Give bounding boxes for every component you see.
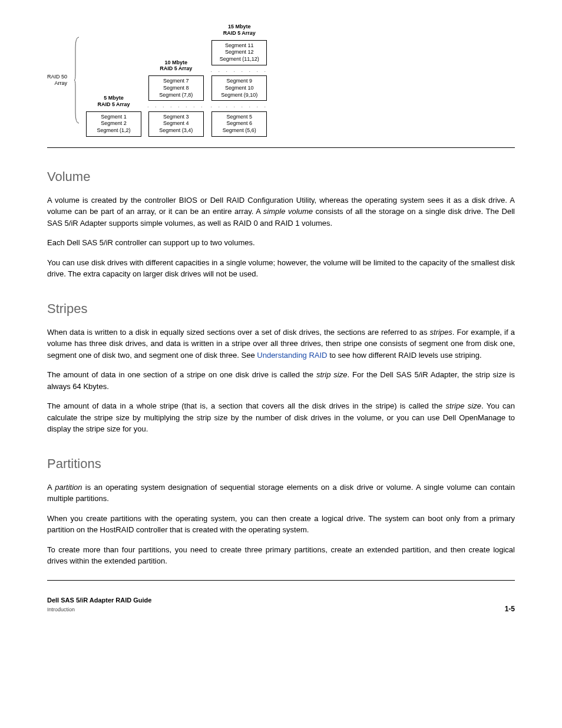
c2b1l1: Segment 7 — [163, 78, 189, 84]
col2-box1: Segment 7 Segment 8 Segment (7,8) — [148, 75, 204, 101]
heading-stripes: Stripes — [47, 299, 515, 318]
col1-header-l1: 5 Mbyte — [104, 95, 124, 101]
stripes-p1a: When data is written to a disk in equall… — [47, 328, 430, 337]
figure-col-3: 15 Mbyte RAID 5 Array Segment 11 Segment… — [211, 24, 269, 137]
c2b2l3: Segment (3,4) — [159, 127, 193, 133]
side-label-line1: RAID 50 — [47, 74, 67, 80]
c3b2l2: Segment 10 — [225, 85, 254, 91]
col1-header: 5 Mbyte RAID 5 Array — [97, 95, 130, 108]
c3b1l2: Segment 12 — [225, 49, 254, 55]
heading-partitions: Partitions — [47, 454, 515, 473]
col3-dots1: . . . . . . . . — [211, 67, 269, 75]
stripes-p1b: stripes — [430, 328, 452, 337]
stripes-p3b: stripe size — [446, 401, 481, 410]
stripes-p3: The amount of data in a whole stripe (th… — [47, 400, 515, 435]
partitions-p1c: is an operating system designation of se… — [47, 483, 515, 503]
stripes-p1d: to see how different RAID levels use str… — [328, 351, 482, 360]
col3-header-l1: 15 Mbyte — [228, 24, 251, 29]
col3-dots2: . . . . . . . . — [211, 102, 269, 110]
separator-1 — [47, 147, 515, 148]
stripes-p1: When data is written to a disk in equall… — [47, 327, 515, 361]
stripes-p2a: The amount of data in one section of a s… — [47, 370, 316, 379]
partitions-p3: To create more than four partitions, you… — [47, 544, 515, 567]
volume-p1b: simple volume — [263, 207, 313, 216]
c1b1l1: Segment 1 — [101, 114, 127, 120]
c3b2l3: Segment (9,10) — [221, 92, 257, 98]
c3b1l1: Segment 11 — [225, 42, 254, 48]
c3b3l2: Segment 6 — [227, 120, 253, 126]
heading-volume: Volume — [47, 167, 515, 186]
footer-page-number: 1-5 — [505, 604, 515, 614]
partitions-p1b: partition — [55, 483, 82, 492]
volume-p2: Each Dell SAS 5/iR controller can suppor… — [47, 237, 515, 249]
footer-chapter: Introduction — [47, 607, 75, 612]
volume-p3: You can use disk drives with different c… — [47, 257, 515, 280]
partitions-p1a: A — [47, 483, 55, 492]
stripes-p2b: strip size — [316, 370, 348, 379]
c3b3l1: Segment 5 — [227, 114, 253, 120]
partitions-p2: When you create partitions with the oper… — [47, 513, 515, 536]
stripes-p3a: The amount of data in a whole stripe (th… — [47, 401, 446, 410]
raid50-figure: RAID 50 Array 5 Mbyte RAID 5 Array Segme… — [47, 24, 515, 137]
col2-header: 10 Mbyte RAID 5 Array — [160, 60, 192, 73]
footer-doc-title: Dell SAS 5/iR Adapter RAID Guide — [47, 597, 151, 604]
col2-header-l2: RAID 5 Array — [160, 65, 192, 71]
col3-box2: Segment 9 Segment 10 Segment (9,10) — [211, 75, 267, 101]
c2b1l3: Segment (7,8) — [159, 92, 193, 98]
c3b3l3: Segment (5,6) — [223, 127, 256, 133]
col3-header: 15 Mbyte RAID 5 Array — [223, 24, 256, 37]
understanding-raid-link[interactable]: Understanding RAID — [257, 351, 327, 360]
figure-col-1: 5 Mbyte RAID 5 Array Segment 1 Segment 2… — [86, 95, 141, 137]
side-label-line2: Array — [55, 80, 68, 86]
c2b1l2: Segment 8 — [163, 85, 189, 91]
c1b1l2: Segment 2 — [101, 120, 127, 126]
col1-box1: Segment 1 Segment 2 Segment (1,2) — [86, 111, 141, 137]
figure-col-2: 10 Mbyte RAID 5 Array Segment 7 Segment … — [147, 60, 205, 137]
footer-separator — [47, 580, 515, 581]
col2-dots: . . . . . . . . — [147, 102, 205, 110]
left-brace-svg — [74, 36, 80, 124]
figure-side-label: RAID 50 Array — [47, 74, 67, 87]
footer-left: Dell SAS 5/iR Adapter RAID Guide Introdu… — [47, 596, 151, 614]
volume-p1: A volume is created by the controller BI… — [47, 195, 515, 229]
brace-icon — [74, 24, 80, 137]
page-footer: Dell SAS 5/iR Adapter RAID Guide Introdu… — [47, 596, 515, 614]
col3-box3: Segment 5 Segment 6 Segment (5,6) — [211, 111, 267, 137]
col1-header-l2: RAID 5 Array — [97, 101, 130, 107]
stripes-p2: The amount of data in one section of a s… — [47, 369, 515, 392]
c3b2l1: Segment 9 — [227, 78, 253, 84]
col2-header-l1: 10 Mbyte — [165, 60, 188, 65]
c3b1l3: Segment (11,12) — [220, 56, 259, 62]
col3-box1: Segment 11 Segment 12 Segment (11,12) — [211, 40, 267, 65]
c1b1l3: Segment (1,2) — [97, 127, 131, 133]
c2b2l1: Segment 3 — [163, 114, 189, 120]
col2-box2: Segment 3 Segment 4 Segment (3,4) — [148, 111, 204, 137]
c2b2l2: Segment 4 — [163, 120, 189, 126]
col3-header-l2: RAID 5 Array — [223, 30, 256, 36]
partitions-p1: A partition is an operating system desig… — [47, 482, 515, 505]
